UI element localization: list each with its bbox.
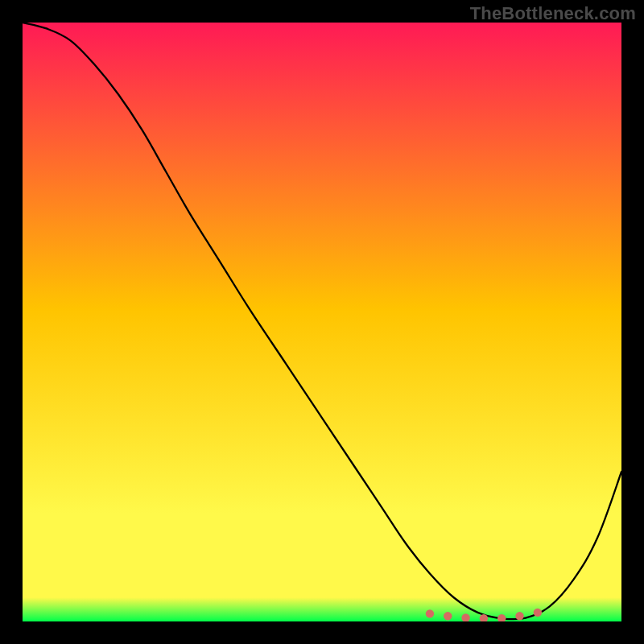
watermark-text: TheBottleneck.com: [470, 3, 636, 24]
gradient-background: [23, 23, 621, 621]
plot-area: [23, 23, 621, 621]
chart-frame: TheBottleneck.com: [0, 0, 644, 644]
optimal-marker: [426, 609, 434, 617]
chart-svg: [23, 23, 621, 621]
optimal-marker: [534, 609, 542, 617]
optimal-marker: [444, 612, 452, 620]
optimal-marker: [515, 612, 523, 620]
